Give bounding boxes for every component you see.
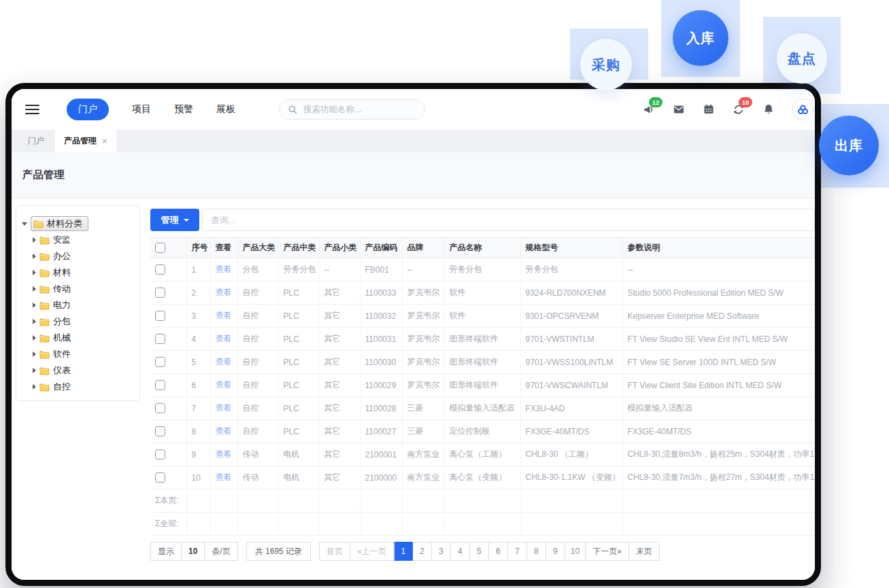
- page-button-5[interactable]: 5: [470, 542, 489, 561]
- manage-button[interactable]: 管理: [150, 209, 199, 231]
- view-link[interactable]: 查看: [216, 426, 232, 436]
- column-header[interactable]: 查看: [210, 238, 237, 258]
- search-input[interactable]: [303, 105, 416, 114]
- tab-close-icon[interactable]: ×: [102, 137, 107, 145]
- tree-root-selected[interactable]: 材料分类: [31, 216, 88, 231]
- column-header[interactable]: 产品中类: [278, 238, 319, 258]
- expand-arrow-icon[interactable]: [33, 237, 36, 243]
- page-size-select[interactable]: 10: [182, 542, 205, 561]
- page-button-9[interactable]: 9: [546, 542, 565, 561]
- view-link[interactable]: 查看: [216, 264, 232, 274]
- column-header[interactable]: 产品编码: [360, 238, 402, 258]
- topbar-icons: 12 10: [642, 99, 805, 120]
- tree-item[interactable]: 自控: [22, 379, 134, 395]
- page-button-1[interactable]: 1: [394, 542, 413, 561]
- view-link[interactable]: 查看: [216, 357, 232, 366]
- expand-arrow-icon[interactable]: [33, 335, 36, 341]
- tree-root[interactable]: 材料分类: [22, 215, 134, 232]
- tree-item-label: 软件: [53, 348, 71, 360]
- cell-brand: 罗克韦尔: [402, 281, 444, 305]
- calendar-icon[interactable]: [702, 103, 716, 116]
- menu-icon[interactable]: [25, 105, 39, 115]
- cell-sub: 其它: [319, 305, 360, 328]
- page-button-2[interactable]: 2: [413, 542, 432, 561]
- inbound-button[interactable]: 入库: [673, 10, 728, 66]
- stocktake-button[interactable]: 盘点: [777, 33, 827, 84]
- row-checkbox[interactable]: [155, 357, 165, 367]
- view-link[interactable]: 查看: [216, 472, 232, 482]
- expand-arrow-icon[interactable]: [33, 319, 36, 324]
- column-header[interactable]: 参数说明: [622, 238, 815, 258]
- mail-icon[interactable]: [672, 103, 686, 116]
- select-all-checkbox[interactable]: [155, 243, 165, 253]
- expand-arrow-icon[interactable]: [33, 351, 36, 357]
- page-button-7[interactable]: 7: [508, 542, 527, 561]
- column-header[interactable]: 产品名称: [444, 238, 520, 258]
- view-link[interactable]: 查看: [216, 403, 232, 413]
- tree-item[interactable]: 安监: [22, 232, 134, 248]
- tree-item[interactable]: 办公: [22, 248, 134, 264]
- announcement-icon[interactable]: 12: [642, 103, 656, 116]
- view-link[interactable]: 查看: [216, 334, 232, 343]
- expand-arrow-icon[interactable]: [33, 384, 36, 390]
- expand-arrow-icon[interactable]: [33, 302, 36, 308]
- global-search[interactable]: [279, 99, 425, 120]
- tree-item[interactable]: 传动: [22, 281, 134, 297]
- tree-item[interactable]: 软件: [22, 346, 134, 362]
- tree-item[interactable]: 电力: [22, 297, 134, 313]
- next-page-button[interactable]: 下一页»: [586, 542, 629, 561]
- expand-arrow-icon[interactable]: [33, 254, 36, 259]
- nav-item-project[interactable]: 项目: [132, 103, 151, 116]
- expand-arrow-icon[interactable]: [33, 368, 36, 373]
- tab-label: 产品管理: [64, 135, 97, 147]
- first-page-button[interactable]: 首页: [319, 542, 350, 561]
- column-header[interactable]: 产品大类: [237, 238, 278, 258]
- column-header[interactable]: 序号: [186, 238, 210, 258]
- row-checkbox[interactable]: [155, 380, 165, 390]
- bell-icon[interactable]: [762, 103, 775, 116]
- prev-page-button[interactable]: «上一页: [350, 542, 394, 561]
- outbound-button[interactable]: 出库: [819, 116, 879, 175]
- view-link[interactable]: 查看: [216, 380, 232, 390]
- tab-product-management[interactable]: 产品管理 ×: [55, 130, 116, 152]
- column-header[interactable]: 品牌: [402, 238, 444, 258]
- purchase-button[interactable]: 采购: [580, 39, 632, 90]
- row-checkbox[interactable]: [155, 472, 165, 483]
- sum-cell: [319, 489, 360, 513]
- user-avatar[interactable]: [792, 99, 813, 120]
- tree-item[interactable]: 分包: [22, 313, 134, 330]
- tab-home[interactable]: 门户: [21, 130, 51, 152]
- row-checkbox[interactable]: [155, 264, 165, 275]
- row-checkbox[interactable]: [155, 334, 165, 344]
- nav-item-portal[interactable]: 门户: [67, 99, 109, 120]
- column-header[interactable]: 产品小类: [319, 238, 360, 258]
- page-button-8[interactable]: 8: [527, 542, 546, 561]
- query-input[interactable]: [202, 209, 815, 231]
- row-checkbox[interactable]: [155, 288, 165, 298]
- sync-icon[interactable]: 10: [732, 103, 745, 116]
- row-checkbox[interactable]: [155, 311, 165, 321]
- row-checkbox[interactable]: [155, 426, 165, 436]
- row-checkbox[interactable]: [155, 449, 165, 460]
- folder-icon: [39, 334, 50, 343]
- collapse-arrow-icon[interactable]: [22, 222, 27, 226]
- view-link[interactable]: 查看: [216, 449, 232, 459]
- tree-item[interactable]: 材料: [22, 264, 134, 281]
- nav-item-board[interactable]: 展板: [216, 103, 235, 116]
- page-button-3[interactable]: 3: [432, 542, 451, 561]
- column-header[interactable]: 规格型号: [520, 238, 622, 258]
- last-page-button[interactable]: 末页: [629, 542, 660, 561]
- view-link[interactable]: 查看: [216, 288, 232, 297]
- cell-mid: PLC: [278, 351, 319, 374]
- expand-arrow-icon[interactable]: [33, 270, 36, 275]
- nav-item-warning[interactable]: 预警: [174, 103, 193, 116]
- expand-arrow-icon[interactable]: [33, 286, 36, 292]
- view-link[interactable]: 查看: [216, 311, 232, 320]
- tree-item[interactable]: 机械: [22, 330, 134, 346]
- cell-view: 查看: [210, 281, 237, 305]
- tree-item[interactable]: 仪表: [22, 362, 134, 379]
- page-button-10[interactable]: 10: [565, 542, 586, 561]
- page-button-4[interactable]: 4: [451, 542, 470, 561]
- row-checkbox[interactable]: [155, 403, 165, 413]
- page-button-6[interactable]: 6: [489, 542, 508, 561]
